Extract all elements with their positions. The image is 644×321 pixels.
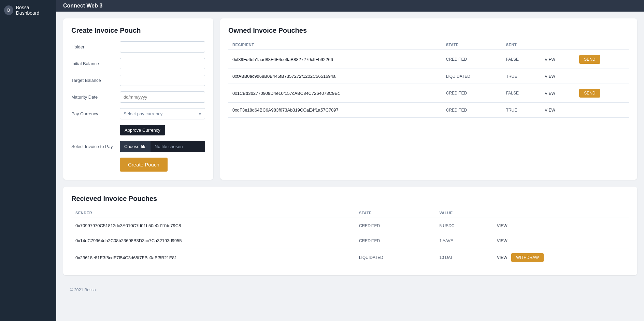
- approve-currency-section: Approve Currency: [71, 125, 205, 141]
- received-action-cell-0: VIEW: [493, 218, 629, 233]
- owned-sent-1: TRUE: [502, 69, 541, 84]
- received-action-cell-2: VIEW WITHDRAW: [493, 248, 629, 267]
- received-pouches-table-container: SENDER STATE VALUE 0x70997970C51812dc3A0…: [71, 208, 629, 267]
- pay-currency-row: Pay Currency Select pay currency ▼: [71, 108, 205, 119]
- table-row: 0x23618e81E3f5cdF7f54C3d65f7FBc0aBf5B21E…: [71, 248, 629, 267]
- owned-col-action: [575, 40, 629, 50]
- received-sender-1: 0x14dC79964da2C08b23698B3D3cc7Ca32193d99…: [71, 233, 355, 248]
- owned-pouches-tbody: 0xf39Fd6e51aad88F6F4ce6aB8827279cffFb922…: [228, 50, 629, 118]
- create-invoice-pouch-card: Create Invoice Pouch Holder Initial Bala…: [63, 18, 213, 180]
- owned-view-button-0[interactable]: VIEW: [545, 57, 555, 62]
- owned-view-cell-2: VIEW: [541, 84, 575, 103]
- maturity-date-label: Maturity Date: [71, 94, 116, 100]
- table-row: 0xdF3e18d64BC6A983f673Ab319CCaE4f1a57C70…: [228, 103, 629, 118]
- footer: © 2021 Bossa: [63, 282, 637, 298]
- owned-state-2: CREDITED: [442, 84, 502, 103]
- received-pouches-thead: SENDER STATE VALUE: [71, 208, 629, 218]
- owned-recipient-1: 0xfABB0ac9d68B0B445fB7357272f1202C565169…: [228, 69, 442, 84]
- topbar: Connect Web 3: [56, 0, 644, 12]
- received-view-button-2[interactable]: VIEW: [497, 255, 507, 260]
- owned-view-cell-0: VIEW: [541, 50, 575, 69]
- received-col-value: VALUE: [435, 208, 492, 218]
- owned-view-button-3[interactable]: VIEW: [545, 108, 555, 113]
- target-balance-row: Target Balance: [71, 75, 205, 86]
- content-area: Create Invoice Pouch Holder Initial Bala…: [56, 12, 644, 321]
- initial-balance-input[interactable]: [120, 58, 205, 69]
- owned-recipient-2: 0x1CBd3b2770909D4e10f157cABC84C7264073C9…: [228, 84, 442, 103]
- owned-send-button-2[interactable]: SEND: [579, 89, 600, 98]
- owned-action-cell-0: SEND: [575, 50, 629, 69]
- owned-recipient-3: 0xdF3e18d64BC6A983f673Ab319CCaE4f1a57C70…: [228, 103, 442, 118]
- owned-sent-2: FALSE: [502, 84, 541, 103]
- maturity-date-row: Maturity Date: [71, 91, 205, 103]
- create-pouch-button[interactable]: Create Pouch: [120, 158, 168, 172]
- maturity-date-input[interactable]: [120, 91, 205, 103]
- main-area: Connect Web 3 Create Invoice Pouch Holde…: [56, 0, 644, 321]
- owned-action-cell-3: [575, 103, 629, 118]
- initial-balance-label: Initial Balance: [71, 61, 116, 66]
- owned-state-3: CREDITED: [442, 103, 502, 118]
- holder-input[interactable]: [120, 41, 205, 53]
- approve-currency-button[interactable]: Approve Currency: [120, 125, 165, 135]
- owned-send-button-0[interactable]: SEND: [579, 55, 600, 64]
- owned-pouches-table: RECIPIENT STATE SENT 0xf39Fd6e51aad88F6F…: [228, 40, 629, 118]
- owned-view-button-1[interactable]: VIEW: [545, 74, 555, 79]
- owned-view-cell-3: VIEW: [541, 103, 575, 118]
- owned-view-cell-1: VIEW: [541, 69, 575, 84]
- received-view-button-0[interactable]: VIEW: [497, 223, 507, 228]
- received-value-1: 1 AAVE: [435, 233, 492, 248]
- top-row: Create Invoice Pouch Holder Initial Bala…: [63, 18, 637, 180]
- select-invoice-row: Select Invoice to Pay Choose file No fil…: [71, 141, 205, 152]
- table-row: 0xfABB0ac9d68B0B445fB7357272f1202C565169…: [228, 69, 629, 84]
- pay-currency-label: Pay Currency: [71, 111, 116, 116]
- create-form-title: Create Invoice Pouch: [71, 27, 205, 34]
- received-view-button-1[interactable]: VIEW: [497, 238, 507, 243]
- owned-sent-3: TRUE: [502, 103, 541, 118]
- file-input-display: Choose file No file chosen: [120, 141, 205, 152]
- owned-col-state: STATE: [442, 40, 502, 50]
- table-row: 0xf39Fd6e51aad88F6F4ce6aB8827279cffFb922…: [228, 50, 629, 69]
- owned-action-cell-1: [575, 69, 629, 84]
- received-pouches-card: Recieved Invoice Pouches SENDER STATE VA…: [63, 187, 637, 275]
- received-action-cell-1: VIEW: [493, 233, 629, 248]
- file-input-wrapper: Choose file No file chosen: [120, 141, 205, 152]
- holder-row: Holder: [71, 41, 205, 53]
- owned-action-cell-2: SEND: [575, 84, 629, 103]
- sidebar: B Bossa Dashboard: [0, 0, 56, 321]
- received-sender-2: 0x23618e81E3f5cdF7f54C3d65f7FBc0aBf5B21E…: [71, 248, 355, 267]
- owned-col-view: [541, 40, 575, 50]
- received-col-action: [493, 208, 629, 218]
- owned-pouches-thead: RECIPIENT STATE SENT: [228, 40, 629, 50]
- page-title: Connect Web 3: [63, 3, 102, 9]
- owned-state-1: LIQUIDATED: [442, 69, 502, 84]
- sidebar-dashboard-link[interactable]: B Bossa Dashboard: [0, 0, 56, 20]
- owned-sent-0: FALSE: [502, 50, 541, 69]
- sidebar-logo-label: Bossa Dashboard: [16, 5, 52, 16]
- owned-col-recipient: RECIPIENT: [228, 40, 442, 50]
- received-value-2: 10 DAI: [435, 248, 492, 267]
- received-sender-0: 0x70997970C51812dc3A010C7d01b50e0d17dc79…: [71, 218, 355, 233]
- received-pouches-tbody: 0x70997970C51812dc3A010C7d01b50e0d17dc79…: [71, 218, 629, 267]
- target-balance-label: Target Balance: [71, 78, 116, 83]
- owned-state-0: CREDITED: [442, 50, 502, 69]
- owned-pouches-table-container: RECIPIENT STATE SENT 0xf39Fd6e51aad88F6F…: [228, 40, 629, 118]
- pay-currency-select-wrapper: Select pay currency ▼: [120, 108, 205, 119]
- select-invoice-label: Select Invoice to Pay: [71, 144, 116, 149]
- received-pouches-title: Recieved Invoice Pouches: [71, 195, 629, 203]
- received-withdraw-button-2[interactable]: WITHDRAW: [511, 253, 544, 262]
- pay-currency-select[interactable]: Select pay currency: [120, 108, 205, 119]
- owned-pouches-title: Owned Invoice Pouches: [228, 27, 629, 34]
- received-pouches-table: SENDER STATE VALUE 0x70997970C51812dc3A0…: [71, 208, 629, 267]
- owned-view-button-2[interactable]: VIEW: [545, 91, 555, 96]
- target-balance-input[interactable]: [120, 75, 205, 86]
- no-file-label: No file chosen: [151, 141, 205, 152]
- copyright-text: © 2021 Bossa: [70, 288, 96, 292]
- holder-label: Holder: [71, 44, 116, 49]
- choose-file-button[interactable]: Choose file: [120, 141, 151, 152]
- table-row: 0x14dC79964da2C08b23698B3D3cc7Ca32193d99…: [71, 233, 629, 248]
- received-state-2: LIQUIDATED: [355, 248, 435, 267]
- owned-pouches-card: Owned Invoice Pouches RECIPIENT STATE SE…: [220, 18, 637, 180]
- received-col-state: STATE: [355, 208, 435, 218]
- received-state-0: CREDITED: [355, 218, 435, 233]
- table-row: 0x70997970C51812dc3A010C7d01b50e0d17dc79…: [71, 218, 629, 233]
